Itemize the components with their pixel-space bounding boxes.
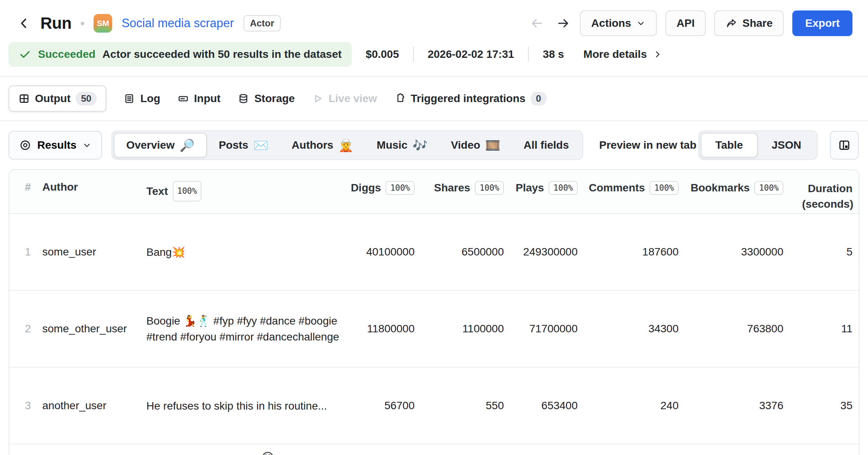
- column-header-text[interactable]: Text100%: [141, 170, 363, 214]
- diggs-cell: 11800000: [363, 290, 433, 367]
- row-index-cell: 4: [9, 444, 36, 455]
- fill-rate-badge: 100%: [549, 181, 578, 195]
- text-cell: Boogie 💃🕺 #fyp #fyy #dance #boogie #tren…: [141, 290, 363, 367]
- api-button-label: API: [677, 17, 695, 30]
- view-tab-all-fields-label: All fields: [524, 139, 569, 151]
- duration-cell: 11: [802, 290, 859, 367]
- view-tab-posts[interactable]: Posts ✉️: [207, 133, 280, 158]
- status-badge: Succeeded Actor succeeded with 50 result…: [9, 42, 352, 67]
- author-cell: [36, 444, 141, 455]
- tab-triggered-integrations[interactable]: Triggered integrations 0: [394, 92, 547, 106]
- more-details-label: More details: [583, 48, 647, 61]
- view-tab-posts-label: Posts: [219, 139, 248, 151]
- column-header-duration[interactable]: Duration (seconds): [802, 170, 859, 214]
- dataset-view-tabs: Overview 🔎 Posts ✉️ Authors 🧝 Music 🎶 Vi…: [111, 130, 583, 160]
- actions-button[interactable]: Actions: [580, 10, 657, 36]
- table-row: 1 some_user Bang💥 40100000 6500000 24930…: [9, 214, 859, 290]
- back-button[interactable]: [17, 16, 31, 30]
- puzzle-icon: [394, 93, 406, 104]
- view-tab-authors-label: Authors: [292, 139, 333, 151]
- tab-live-view-label: Live view: [328, 92, 377, 105]
- prev-run-button[interactable]: [529, 16, 546, 30]
- plays-cell: 71700000: [523, 290, 596, 367]
- tab-log-label: Log: [140, 92, 160, 105]
- column-header-plays-label: Plays: [516, 182, 544, 194]
- format-toggle-json-label: JSON: [772, 139, 801, 151]
- duration-cell: 5: [802, 214, 859, 290]
- column-layout-button[interactable]: [830, 131, 859, 160]
- view-tab-music[interactable]: Music 🎶: [365, 133, 439, 158]
- view-tab-authors[interactable]: Authors 🧝: [280, 133, 365, 158]
- status-bar: Succeeded Actor succeeded with 50 result…: [9, 42, 868, 67]
- column-header-comments[interactable]: Comments100%: [596, 170, 697, 214]
- next-run-button[interactable]: [554, 16, 571, 30]
- chevron-down-icon: [82, 141, 92, 150]
- view-tab-overview[interactable]: Overview 🔎: [114, 133, 207, 158]
- column-header-shares[interactable]: Shares100%: [433, 170, 523, 214]
- tab-output[interactable]: Output 50: [9, 85, 106, 112]
- shares-cell: 6500000: [433, 214, 523, 290]
- column-header-shares-label: Shares: [434, 182, 470, 194]
- export-button-label: Export: [805, 17, 840, 30]
- tab-input[interactable]: Input: [177, 92, 220, 105]
- results-toolbar: Results Overview 🔎 Posts ✉️ Authors 🧝 Mu…: [9, 130, 859, 160]
- view-tab-all-fields[interactable]: All fields: [512, 133, 581, 158]
- status-state: Succeeded: [38, 48, 95, 61]
- plays-cell: [523, 444, 596, 455]
- tab-storage-label: Storage: [254, 92, 295, 105]
- table-header-row: # Author Text100% Diggs100% Shares100% P…: [9, 170, 859, 214]
- integrations-count-badge: 0: [531, 92, 547, 106]
- preview-in-new-tab-link[interactable]: Preview in new tab: [599, 139, 697, 151]
- plays-cell: 653400: [523, 367, 596, 444]
- view-tab-music-label: Music: [377, 139, 407, 151]
- view-tab-video[interactable]: Video 🎞️: [439, 133, 512, 158]
- api-button[interactable]: API: [665, 10, 706, 36]
- column-header-author[interactable]: Author: [36, 170, 141, 214]
- actor-link[interactable]: Social media scraper: [122, 16, 234, 30]
- actor-logo-text: SM: [97, 19, 109, 28]
- format-toggle-table[interactable]: Table: [701, 133, 758, 158]
- envelope-emoji-icon: ✉️: [253, 139, 269, 151]
- log-icon: [123, 93, 135, 104]
- row-index-cell: 2: [9, 290, 36, 367]
- tab-output-label: Output: [35, 92, 71, 105]
- actor-logo[interactable]: SM: [94, 14, 112, 33]
- chevron-down-icon: [636, 19, 646, 28]
- page-title: Run: [40, 14, 71, 33]
- results-table: # Author Text100% Diggs100% Shares100% P…: [9, 170, 859, 455]
- comments-cell: 34300: [596, 290, 697, 367]
- run-datetime: 2026-02-02 17:31: [428, 48, 514, 61]
- column-header-bookmarks-label: Bookmarks: [691, 182, 750, 194]
- view-tab-overview-label: Overview: [126, 139, 175, 151]
- share-icon: [726, 17, 737, 29]
- more-details-link[interactable]: More details: [583, 48, 662, 61]
- fill-rate-badge: 100%: [475, 181, 504, 195]
- author-cell: another_user: [36, 367, 141, 444]
- header-actions: Actions API Share Export: [529, 10, 852, 36]
- text-cell: 😊: [141, 444, 363, 455]
- plays-cell: 249300000: [523, 214, 596, 290]
- author-cell: some_user: [36, 214, 141, 290]
- column-header-diggs[interactable]: Diggs100%: [363, 170, 433, 214]
- breadcrumb: Run SM Social media scraper Actor: [17, 14, 281, 33]
- shares-cell: 550: [433, 367, 523, 444]
- bookmarks-cell: 763800: [697, 290, 802, 367]
- comments-cell: 187600: [596, 214, 697, 290]
- column-header-bookmarks[interactable]: Bookmarks100%: [697, 170, 802, 214]
- share-button[interactable]: Share: [714, 10, 784, 36]
- author-cell: some_other_user: [36, 290, 141, 367]
- fill-rate-badge: 100%: [385, 181, 415, 195]
- tab-storage[interactable]: Storage: [238, 92, 295, 105]
- column-header-plays[interactable]: Plays100%: [523, 170, 596, 214]
- tab-log[interactable]: Log: [123, 92, 160, 105]
- layout-panels-icon: [838, 139, 851, 152]
- tab-triggered-integrations-label: Triggered integrations: [411, 92, 526, 105]
- diggs-cell: 56700: [363, 367, 433, 444]
- actions-button-label: Actions: [591, 17, 631, 30]
- format-toggle-json[interactable]: JSON: [758, 133, 815, 158]
- bookmarks-cell: 3376: [697, 367, 802, 444]
- diggs-cell: [363, 444, 433, 455]
- results-dropdown-button[interactable]: Results: [9, 131, 102, 160]
- export-button[interactable]: Export: [792, 10, 852, 36]
- play-icon: [312, 93, 323, 104]
